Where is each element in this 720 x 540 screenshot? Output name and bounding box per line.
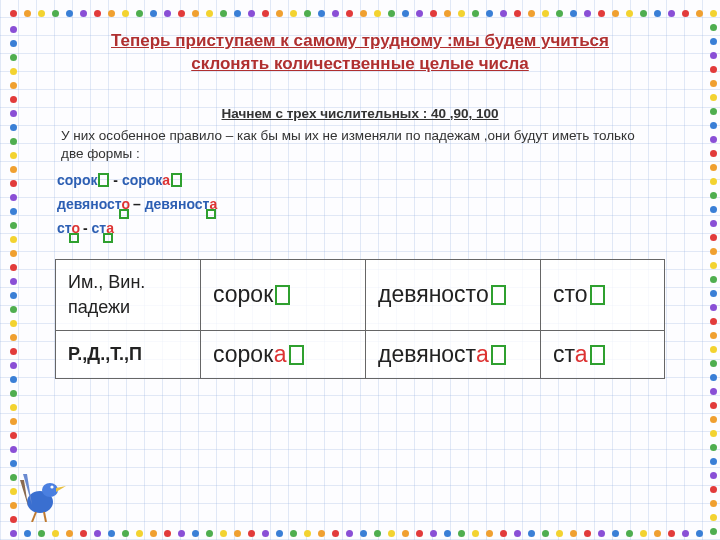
separator: - [113,172,122,188]
subtitle: Начнем с трех числительных : 40 ,90, 100 [55,106,665,121]
cell-sorok-nom: сорок [213,281,273,307]
cell-sto-gen: ста [553,341,588,367]
forms-list: сорок - сорока девяносто – девяноста сто… [55,169,665,240]
ending-box-icon [69,233,79,243]
case-other: Р.,Д.,Т.,П [68,342,188,367]
svg-point-1 [42,483,58,497]
title-line-2: склонять количественные целые числа [191,54,529,73]
cell-sto-nom: сто [553,281,588,307]
separator: – [133,196,145,212]
form-row-2: девяносто – девяноста [57,193,665,217]
ending-box-icon [491,285,506,305]
cell-devyanosto-gen: девяноста [378,341,489,367]
case-nom-acc-a: Им., Вин. [68,270,188,295]
bird-icon [18,462,68,522]
ending-box-icon [98,173,109,187]
declension-table: Им., Вин. падежи сорок девяносто сто Р.,… [55,259,665,379]
slide-content: Теперь приступаем к самому трудному :мы … [55,30,665,379]
ending-box-icon [590,285,605,305]
page-title: Теперь приступаем к самому трудному :мы … [55,30,665,76]
ending-box-icon [289,345,304,365]
form-row-1: сорок - сорока [57,169,665,193]
ending-box-icon [103,233,113,243]
case-nom-acc-b: падежи [68,295,188,320]
title-line-1: Теперь приступаем к самому трудному :мы … [111,31,609,50]
word-sorok-gen-stem: сорок [122,172,162,188]
word-sorok-nom: сорок [57,172,97,188]
rule-text: У них особенное правило – как бы мы их н… [55,127,665,163]
word-sorok-gen-end: а [162,172,170,188]
table-row: Им., Вин. падежи сорок девяносто сто [56,259,665,330]
svg-line-5 [44,512,46,522]
ending-box-icon [491,345,506,365]
ending-box-icon [171,173,182,187]
word-devyanosto-gen-stem: девяност [145,196,210,212]
table-row: Р.,Д.,Т.,П сорока девяноста ста [56,331,665,379]
form-row-3: сто - ста [57,217,665,241]
svg-line-4 [32,512,36,522]
cell-sorok-gen: сорока [213,341,287,367]
svg-point-3 [50,485,53,488]
word-devyanosto-nom-stem: девяност [57,196,122,212]
ending-box-icon [590,345,605,365]
ending-box-icon [275,285,290,305]
cell-devyanosto-nom: девяносто [378,281,489,307]
